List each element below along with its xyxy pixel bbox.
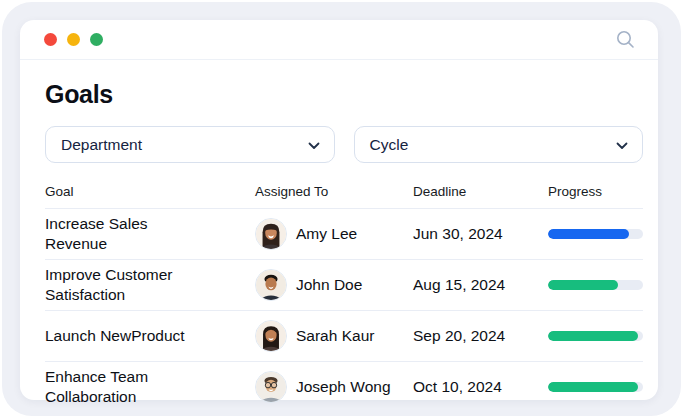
- table-row[interactable]: Increase Sales Revenue: [45, 209, 643, 260]
- goal-cell: Launch NewProduct: [45, 326, 197, 346]
- assignee-name: Amy Lee: [296, 225, 357, 243]
- traffic-lights: [44, 33, 103, 46]
- progress-cell: [548, 382, 643, 392]
- progress-cell: [548, 229, 643, 239]
- table-row[interactable]: Enhance Team Collaboration: [45, 362, 643, 412]
- avatar: [255, 269, 287, 301]
- avatar: [255, 371, 287, 403]
- progress-track: [548, 382, 643, 392]
- zoom-button[interactable]: [90, 33, 103, 46]
- close-button[interactable]: [44, 33, 57, 46]
- filter-bar: Department Cycle: [45, 126, 643, 163]
- goal-cell: Enhance Team Collaboration: [45, 367, 197, 407]
- column-header-assigned-to: Assigned To: [255, 184, 413, 199]
- column-header-progress: Progress: [548, 184, 643, 199]
- table-row[interactable]: Improve Customer Satisfaction John D: [45, 260, 643, 311]
- deadline-cell: Sep 20, 2024: [413, 327, 548, 345]
- progress-fill: [548, 331, 638, 341]
- avatar: [255, 320, 287, 352]
- column-header-deadline: Deadline: [413, 184, 548, 199]
- goal-cell: Improve Customer Satisfaction: [45, 265, 197, 305]
- deadline-cell: Jun 30, 2024: [413, 225, 548, 243]
- assignee-name: Joseph Wong: [296, 378, 391, 396]
- progress-fill: [548, 382, 638, 392]
- page-title: Goals: [45, 80, 643, 109]
- progress-track: [548, 229, 643, 239]
- deadline-cell: Aug 15, 2024: [413, 276, 548, 294]
- department-dropdown[interactable]: Department: [45, 126, 335, 163]
- chevron-down-icon: [616, 136, 628, 154]
- goal-cell: Increase Sales Revenue: [45, 214, 197, 254]
- deadline-cell: Oct 10, 2024: [413, 378, 548, 396]
- assignee-name: Sarah Kaur: [296, 327, 374, 345]
- goals-window: Goals Department Cycle: [20, 20, 658, 400]
- column-header-goal: Goal: [45, 184, 255, 199]
- search-icon[interactable]: [615, 29, 636, 50]
- progress-fill: [548, 280, 618, 290]
- assignee-cell: John Doe: [255, 269, 413, 301]
- app-background: Goals Department Cycle: [2, 2, 681, 416]
- cycle-dropdown-label: Cycle: [370, 136, 409, 154]
- assignee-name: John Doe: [296, 276, 362, 294]
- assignee-cell: Sarah Kaur: [255, 320, 413, 352]
- avatar: [255, 218, 287, 250]
- table-row[interactable]: Launch NewProduct S: [45, 311, 643, 362]
- table-header-row: Goal Assigned To Deadline Progress: [45, 180, 643, 209]
- main-content: Goals Department Cycle: [20, 60, 658, 412]
- assignee-cell: Amy Lee: [255, 218, 413, 250]
- assignee-cell: Joseph Wong: [255, 371, 413, 403]
- progress-cell: [548, 331, 643, 341]
- progress-track: [548, 280, 643, 290]
- progress-track: [548, 331, 643, 341]
- chevron-down-icon: [308, 136, 320, 154]
- progress-fill: [548, 229, 629, 239]
- cycle-dropdown[interactable]: Cycle: [354, 126, 644, 163]
- department-dropdown-label: Department: [61, 136, 142, 154]
- progress-cell: [548, 280, 643, 290]
- minimize-button[interactable]: [67, 33, 80, 46]
- window-titlebar: [20, 20, 658, 60]
- goals-table: Goal Assigned To Deadline Progress Incre…: [45, 180, 643, 412]
